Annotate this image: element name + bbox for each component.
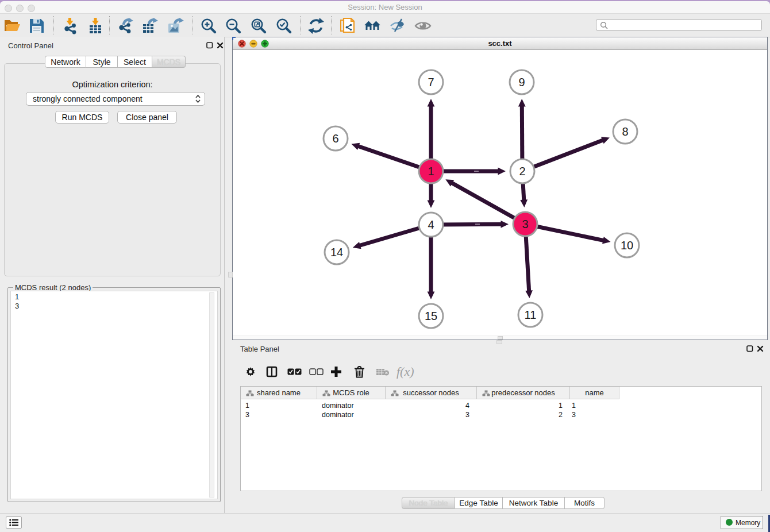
svg-text:8: 8 (622, 125, 628, 138)
svg-text:6: 6 (332, 132, 338, 145)
svg-text:15: 15 (425, 310, 437, 322)
svg-text:7: 7 (428, 76, 434, 88)
svg-text:9: 9 (518, 76, 525, 88)
svg-text:2: 2 (519, 165, 525, 178)
svg-text:11: 11 (525, 309, 537, 321)
svg-text:1: 1 (428, 165, 434, 178)
svg-text:4: 4 (428, 218, 434, 231)
svg-text:10: 10 (621, 239, 633, 252)
svg-text:14: 14 (330, 246, 343, 259)
svg-text:3: 3 (522, 218, 528, 230)
